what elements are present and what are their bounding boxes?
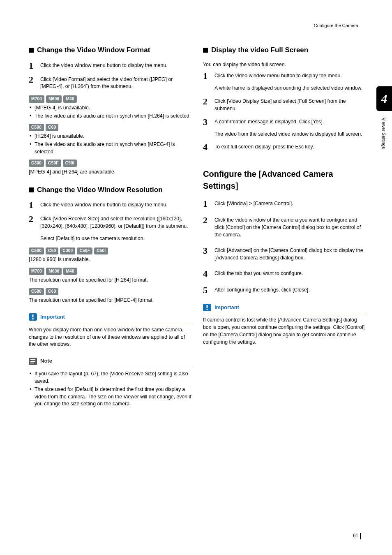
callout-header: Note [29,357,191,367]
step-number: 4 [203,269,210,278]
step-text: Click [Video Receive Size] and select th… [40,215,191,242]
paragraph: The resolution cannot be specified for [… [29,297,191,304]
note-callout: Note If you save the layout (p. 67), the… [29,357,191,408]
step-body: Click [Video Receive Size] and select th… [40,215,191,230]
breadcrumb: Configure the Camera [314,23,358,28]
step: 4 To exit full screen display, press the… [203,143,366,152]
section-heading: Change the Video Window Resolution [29,185,191,195]
model-badge: C60 [46,288,58,296]
section-heading: Change the Video Window Format [29,45,191,56]
callout-body: When you display more than one video win… [29,326,191,348]
model-badges: C500 C60 [29,288,191,296]
model-badges: M700 M600 M40 [29,95,191,103]
step-text: A confirmation message is displayed. Cli… [214,118,366,138]
model-badge: M700 [29,268,44,275]
square-bullet-icon [203,48,208,53]
bullet-list: [MPEG-4] is unavailable. The live video … [29,104,191,120]
step-text: Click [Video Display Size] and select [F… [214,97,366,113]
step-text: Click the video window menu button to di… [40,61,191,70]
model-badge: M40 [63,95,76,103]
important-callout: Important If camera control is lost whil… [203,304,366,346]
model-badge: C500 [29,288,44,296]
step: 4 Click the tab that you want to configu… [203,269,366,278]
step: 2 Click the video window of the camera y… [203,216,366,238]
page-number: 61 [353,533,358,539]
step: 2 Click [Video Display Size] and select … [203,97,366,113]
step-subtext: A white frame is displayed surrounding t… [214,85,366,92]
step-number: 3 [203,118,210,138]
important-callout: Important When you display more than one… [29,313,191,348]
step-text: After configuring the settings, click [C… [214,286,366,295]
list-item: The live video and its audio are not in … [29,141,191,156]
step-body: A confirmation message is displayed. Cli… [214,118,366,126]
left-column: Change the Video Window Format 1 Click t… [29,43,191,412]
step-text: Click the video window menu button to di… [40,201,191,210]
callout-header: Important [29,313,191,323]
callout-title: Important [40,313,65,321]
step: 3 Click [Advanced] on the [Camera Contro… [203,246,366,262]
svg-rect-8 [207,305,208,308]
model-badges: M700 M600 M40 [29,268,191,275]
important-icon [203,304,211,311]
step-number: 2 [29,215,36,242]
model-badge: C300 [29,160,44,167]
bullet-list: If you save the layout (p. 67), the [Vid… [29,370,191,408]
paragraph: You can display the video full screen. [203,61,366,69]
right-column: Display the video Full Screen You can di… [203,43,366,412]
step: 3 A confirmation message is displayed. C… [203,118,366,138]
step-text: To exit full screen display, press the E… [214,143,366,152]
model-badge: M600 [46,95,62,103]
step: 1 Click the video window menu button to … [29,61,191,70]
model-badges: C500 C60 C300 C50F C50i [29,247,191,255]
step-text: Click the video window menu button to di… [214,72,366,92]
svg-rect-1 [32,314,34,317]
step: 1 Click the video window menu button to … [203,72,366,92]
callout-title: Important [214,304,239,312]
step-text: Click the tab that you want to configure… [214,269,366,278]
model-badge: C50i [94,247,108,255]
heading-text: Change the Video Window Resolution [37,185,163,195]
svg-rect-6 [30,363,34,363]
model-badge: C500 [29,124,44,131]
step: 2 Click [Video Format] and select the vi… [29,75,191,91]
model-badges: C300 C50F C50i [29,160,191,167]
list-item: [H.264] is unavailable. [29,133,191,140]
page: Configure the Camera 4 Viewer Settings C… [0,0,392,555]
section-title: Configure the [Advanced Camera Settings] [203,168,366,192]
page-number-bar [360,533,361,539]
bullet-list: [H.264] is unavailable. The live video a… [29,133,191,155]
heading-text: Display the video Full Screen [211,45,308,56]
model-badge: C60 [46,247,58,255]
step-text: Click [Advanced] on the [Camera Control]… [214,246,366,262]
step-number: 4 [203,143,210,152]
model-badge: C60 [46,124,58,131]
step-number: 5 [203,286,210,295]
model-badge: C50F [46,160,61,167]
model-badge: C50i [63,160,77,167]
note-icon [29,358,37,365]
svg-rect-4 [30,359,35,360]
step: 1 Click the video window menu button to … [29,201,191,210]
step-text: Click [Video Format] and select the vide… [40,75,191,91]
step-number: 1 [203,199,210,208]
step: 5 After configuring the settings, click … [203,286,366,295]
heading-text: Change the Video Window Format [37,45,150,56]
list-item: If you save the layout (p. 67), the [Vid… [29,370,191,385]
step-text: Click [Window] > [Camera Control]. [214,199,366,208]
square-bullet-icon [29,187,34,192]
svg-rect-5 [30,361,35,362]
chapter-thumbtab: 4 [376,86,392,111]
step-subtext: The video from the selected video window… [214,131,366,138]
model-badge: M40 [63,268,76,275]
callout-title: Note [40,357,52,365]
square-bullet-icon [29,48,34,53]
step-text: Click the video window of the camera you… [214,216,366,238]
list-item: The live video and its audio are not in … [29,113,191,120]
step: 1 Click [Window] > [Camera Control]. [203,199,366,208]
model-badges: C500 C60 [29,124,191,131]
list-item: [MPEG-4] is unavailable. [29,104,191,112]
step-number: 3 [203,246,210,262]
step-subtext: Select [Default] to use the camera's res… [40,235,191,243]
step-number: 1 [203,72,210,92]
important-icon [29,313,37,321]
